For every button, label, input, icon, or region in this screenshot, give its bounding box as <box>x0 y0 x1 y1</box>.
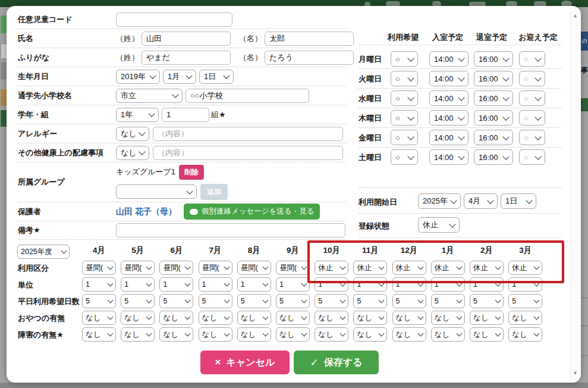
monthly-cell-select[interactable]: 休止 <box>431 261 465 275</box>
monthly-cell-select[interactable]: なし <box>431 327 465 342</box>
monthly-cell-select[interactable]: なし <box>199 311 232 325</box>
cancel-button[interactable]: × キャンセル <box>200 351 290 374</box>
monthly-cell-select[interactable]: なし <box>199 327 232 342</box>
pickup-select[interactable]: ○ <box>519 149 545 165</box>
monthly-cell-select[interactable]: 昼間( <box>121 261 155 275</box>
enter-time-select[interactable]: 14:00 <box>429 90 468 106</box>
monthly-cell-select[interactable]: なし <box>508 327 542 342</box>
monthly-cell-select[interactable]: 休止 <box>353 261 387 275</box>
enter-time-select[interactable]: 14:00 <box>429 51 468 67</box>
monthly-cell-select[interactable]: なし <box>159 327 193 342</box>
enter-time-select[interactable]: 14:00 <box>429 71 468 86</box>
pickup-select[interactable]: ○ <box>519 90 545 106</box>
wish-select[interactable]: ○ <box>391 110 418 126</box>
monthly-cell-select[interactable]: 1 <box>353 277 387 292</box>
monthly-cell-select[interactable]: 5 <box>199 294 232 308</box>
modal-scrollbar[interactable]: ▲ ▼ <box>570 8 580 381</box>
monthly-cell-select[interactable]: なし <box>392 327 426 342</box>
kana-sei-input[interactable] <box>142 51 231 65</box>
grade-select[interactable]: 1年 <box>116 108 159 122</box>
sei-input[interactable] <box>142 32 231 46</box>
allergy-select[interactable]: なし <box>116 127 149 141</box>
monthly-cell-select[interactable]: 5 <box>82 294 116 308</box>
monthly-cell-select[interactable]: 5 <box>353 294 387 308</box>
wish-select[interactable]: ○ <box>391 71 418 86</box>
health-detail-input[interactable] <box>153 146 343 160</box>
leave-time-select[interactable]: 16:00 <box>474 71 513 86</box>
school-type-select[interactable]: 市立 <box>116 89 183 103</box>
wish-select[interactable]: ○ <box>391 90 418 106</box>
monthly-cell-select[interactable]: 1 <box>199 277 232 292</box>
birth-year-select[interactable]: 2019年 <box>116 70 160 84</box>
monthly-cell-select[interactable]: 5 <box>431 294 465 308</box>
monthly-cell-select[interactable]: なし <box>353 311 387 325</box>
monthly-cell-select[interactable]: なし <box>82 311 116 325</box>
save-button[interactable]: ✓ 保存する <box>294 351 379 374</box>
monthly-cell-select[interactable]: なし <box>121 327 155 342</box>
monthly-cell-select[interactable]: 昼間( <box>237 261 271 275</box>
mei-input[interactable] <box>265 32 354 46</box>
leave-time-select[interactable]: 16:00 <box>474 149 513 165</box>
monthly-cell-select[interactable]: 1 <box>508 277 542 292</box>
monthly-cell-select[interactable]: なし <box>315 327 348 342</box>
monthly-cell-select[interactable]: 1 <box>82 277 116 292</box>
monthly-cell-select[interactable]: 1 <box>392 277 426 292</box>
pickup-select[interactable]: ○ <box>519 130 545 145</box>
monthly-cell-select[interactable]: 1 <box>276 277 310 292</box>
allergy-detail-input[interactable] <box>153 127 343 141</box>
pickup-select[interactable]: ○ <box>519 71 545 86</box>
leave-time-select[interactable]: 16:00 <box>474 130 513 145</box>
monthly-cell-select[interactable]: なし <box>508 311 542 325</box>
monthly-cell-select[interactable]: 5 <box>508 294 542 308</box>
monthly-cell-select[interactable]: 5 <box>392 294 426 308</box>
leave-time-select[interactable]: 16:00 <box>474 90 513 106</box>
monthly-cell-select[interactable]: なし <box>159 311 193 325</box>
enter-time-select[interactable]: 14:00 <box>429 130 468 145</box>
monthly-cell-select[interactable]: なし <box>353 327 387 342</box>
group-add-select[interactable] <box>116 184 197 199</box>
monthly-cell-select[interactable]: 5 <box>237 294 271 308</box>
start-day-select[interactable]: 1日 <box>501 193 536 209</box>
monthly-cell-select[interactable]: 1 <box>315 277 348 292</box>
guardian-name-link[interactable]: 山田 花子（母） <box>116 206 177 217</box>
monthly-cell-select[interactable]: 1 <box>470 277 504 292</box>
status-select[interactable]: 休止 <box>418 217 460 233</box>
pickup-select[interactable]: ○ <box>519 51 545 67</box>
monthly-cell-select[interactable]: なし <box>276 311 310 325</box>
monthly-cell-select[interactable]: 休止 <box>508 261 542 275</box>
birth-month-select[interactable]: 1月 <box>163 70 196 84</box>
monthly-cell-select[interactable]: 5 <box>315 294 348 308</box>
wish-select[interactable]: ○ <box>391 51 418 67</box>
birth-day-select[interactable]: 1日 <box>199 70 234 84</box>
scroll-up-icon[interactable]: ▲ <box>571 12 580 18</box>
monthly-cell-select[interactable]: 休止 <box>470 261 504 275</box>
monthly-cell-select[interactable]: 5 <box>276 294 310 308</box>
scroll-down-icon[interactable]: ▼ <box>571 370 580 376</box>
monthly-cell-select[interactable]: 休止 <box>315 261 348 275</box>
monthly-cell-select[interactable]: 昼間( <box>199 261 232 275</box>
enter-time-select[interactable]: 14:00 <box>429 110 468 126</box>
monthly-cell-select[interactable]: なし <box>237 311 271 325</box>
monthly-cell-select[interactable]: なし <box>82 327 116 342</box>
monthly-cell-select[interactable]: 5 <box>159 294 193 308</box>
group-add-button[interactable]: 追加 <box>200 184 228 200</box>
start-month-select[interactable]: 4月 <box>464 193 498 209</box>
monthly-cell-select[interactable]: なし <box>237 327 271 342</box>
monthly-cell-select[interactable]: なし <box>431 311 465 325</box>
group-delete-button[interactable]: 削除 <box>179 165 204 180</box>
monthly-cell-select[interactable]: 休止 <box>392 261 426 275</box>
pickup-select[interactable]: ○ <box>519 110 545 126</box>
fiscal-year-select[interactable]: 2025年度 <box>17 245 70 259</box>
school-name-input[interactable] <box>185 89 309 103</box>
monthly-cell-select[interactable]: 昼間( <box>276 261 310 275</box>
start-year-select[interactable]: 2025年 <box>418 193 461 209</box>
enter-time-select[interactable]: 14:00 <box>429 149 468 165</box>
monthly-cell-select[interactable]: 1 <box>237 277 271 292</box>
leave-time-select[interactable]: 16:00 <box>474 51 513 67</box>
code-input[interactable] <box>116 12 232 27</box>
monthly-cell-select[interactable]: 1 <box>121 277 155 292</box>
monthly-cell-select[interactable]: なし <box>315 311 348 325</box>
monthly-cell-select[interactable]: なし <box>276 327 310 342</box>
monthly-cell-select[interactable]: 5 <box>121 294 155 308</box>
leave-time-select[interactable]: 16:00 <box>474 110 513 126</box>
